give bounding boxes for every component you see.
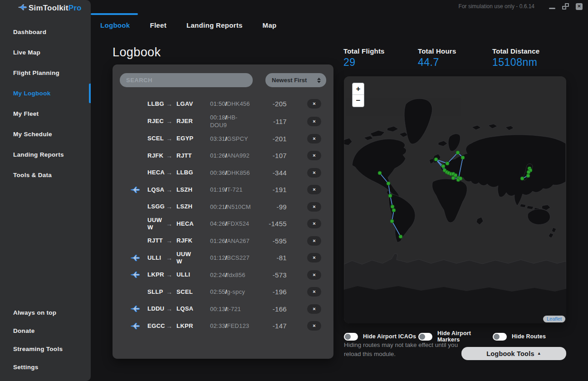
stat-value: 44.7 <box>418 56 492 69</box>
arrival-icao: EGYP <box>176 135 196 142</box>
sidebar-item-my-fleet[interactable]: My Fleet <box>0 104 91 124</box>
sidebar: SimToolkitPro DashboardLive MapFlight Pl… <box>0 0 91 381</box>
leaflet-attribution[interactable]: Leaflet <box>543 316 565 322</box>
tab-logbook[interactable]: Logbook <box>100 21 130 29</box>
toggle-switch[interactable] <box>344 333 358 341</box>
airport-marker[interactable] <box>387 182 390 185</box>
delete-flight-button[interactable]: × <box>307 287 321 297</box>
toggle-knob <box>494 334 500 340</box>
route-map[interactable]: + − Leaflet <box>344 76 566 323</box>
sidebar-item-tools-data[interactable]: Tools & Data <box>0 165 91 185</box>
sidebar-item-always-on-top[interactable]: Always on top <box>0 303 91 322</box>
sidebar-item-my-schedule[interactable]: My Schedule <box>0 124 91 144</box>
delete-flight-button[interactable]: × <box>307 168 321 178</box>
close-button[interactable]: ✕ <box>576 3 583 10</box>
time-callsign: 01:26/ANA267 <box>210 237 251 245</box>
departure-icao: RJTT <box>147 237 166 244</box>
airport-marker[interactable] <box>456 151 460 154</box>
toggle-knob <box>345 334 351 340</box>
delete-flight-button[interactable]: × <box>307 134 321 143</box>
delete-flight-button[interactable]: × <box>307 304 321 314</box>
flight-time: 01:19 <box>210 186 225 193</box>
tab-landing-reports[interactable]: Landing Reports <box>186 21 243 29</box>
toggle-hide-routes[interactable]: Hide Routes <box>493 330 567 343</box>
delete-flight-button[interactable]: × <box>307 117 321 126</box>
time-callsign: 01:26/ANA992 <box>210 152 251 160</box>
time-callsign: 00:18/HB-DOU9 <box>210 114 251 129</box>
callsign: T-721 <box>227 186 242 193</box>
sidebar-item-dashboard[interactable]: Dashboard <box>0 22 91 42</box>
flight-time: 01:12 <box>210 254 225 261</box>
zoom-in-button[interactable]: + <box>353 83 364 95</box>
airport-marker[interactable] <box>451 176 455 180</box>
active-tab-indicator <box>91 13 138 15</box>
airport-marker[interactable] <box>434 158 438 161</box>
airport-marker[interactable] <box>461 156 465 159</box>
sidebar-item-my-logbook[interactable]: My Logbook <box>0 83 91 104</box>
page-title: Logbook <box>113 45 161 59</box>
tab-fleet[interactable]: Fleet <box>150 21 167 29</box>
flight-row: RJTT→RJFK01:26/ANA267-595× <box>113 233 333 250</box>
flight-row: LLBG→LGAV01:50/DHK456-205× <box>113 95 333 113</box>
stat-value: 15108nm <box>492 56 567 69</box>
airport-marker[interactable] <box>459 177 462 180</box>
search-input[interactable] <box>120 73 253 87</box>
logbook-tools-button[interactable]: Logbook Tools▲ <box>461 347 566 360</box>
restore-button[interactable] <box>562 3 569 10</box>
sidebar-item-label: My Fleet <box>13 110 39 117</box>
flight-time: 02:24 <box>210 272 225 278</box>
time-callsign: 01:12/BCS227 <box>210 254 251 262</box>
airport-marker[interactable] <box>441 164 445 168</box>
sort-dropdown[interactable]: Newest First <box>265 73 326 87</box>
airport-marker[interactable] <box>378 171 382 175</box>
callsign: DHK456 <box>227 100 250 107</box>
airport-marker[interactable] <box>390 219 394 223</box>
arrival-icao: LQSA <box>176 305 196 312</box>
delete-flight-button[interactable]: × <box>307 270 321 280</box>
time-callsign: 00:36/DHK856 <box>210 169 251 177</box>
route-arrow-icon: → <box>166 305 176 312</box>
delete-flight-button[interactable]: × <box>307 185 321 194</box>
landing-rate: -191 <box>255 186 287 193</box>
tab-map[interactable]: Map <box>263 21 277 29</box>
delete-flight-button[interactable]: × <box>307 151 321 160</box>
airport-marker[interactable] <box>446 162 449 165</box>
sidebar-item-donate[interactable]: Donate <box>0 322 91 340</box>
callsign: DHK856 <box>227 169 250 176</box>
flight-time: 00:36 <box>210 169 225 176</box>
departure-icao: SCEL <box>147 135 166 142</box>
delete-flight-button[interactable]: × <box>307 202 321 212</box>
toggle-switch[interactable] <box>493 333 507 341</box>
sidebar-item-landing-reports[interactable]: Landing Reports <box>0 144 91 165</box>
delete-flight-button[interactable]: × <box>307 219 321 228</box>
sidebar-item-settings[interactable]: Settings <box>0 358 91 376</box>
airport-marker[interactable] <box>399 235 402 238</box>
airport-marker[interactable] <box>520 177 524 180</box>
airport-marker[interactable] <box>388 194 392 198</box>
sort-arrows-icon <box>317 78 321 83</box>
flight-row: RJFK→RJTT01:26/ANA992-107× <box>113 147 333 164</box>
zoom-out-button[interactable]: − <box>353 95 364 107</box>
airport-marker[interactable] <box>392 208 396 212</box>
sidebar-item-streaming-tools[interactable]: Streaming Tools <box>0 340 91 358</box>
toggle-switch[interactable] <box>418 333 432 341</box>
delete-flight-button[interactable]: × <box>307 321 321 331</box>
delete-flight-button[interactable]: × <box>307 253 321 262</box>
minimize-button[interactable] <box>549 4 555 9</box>
logbook-panel-head: Newest First <box>113 73 333 87</box>
departure-icao: RJFK <box>147 152 166 159</box>
sidebar-item-live-map[interactable]: Live Map <box>0 42 91 63</box>
sidebar-item-label: Streaming Tools <box>13 346 63 352</box>
delete-flight-button[interactable]: × <box>307 99 321 109</box>
world-map <box>344 76 566 323</box>
airport-marker[interactable] <box>527 170 530 174</box>
sidebar-item-flight-planning[interactable]: Flight Planning <box>0 63 91 83</box>
departure-icao: SLLP <box>147 288 166 296</box>
airport-marker[interactable] <box>526 174 530 178</box>
toggle-label: Hide Routes <box>512 333 546 340</box>
delete-flight-button[interactable]: × <box>307 236 321 246</box>
departure-icao: LQSA <box>147 186 166 193</box>
airport-marker[interactable] <box>391 205 394 208</box>
map-note: Hiding routes may not take effect until … <box>344 341 463 358</box>
callsign: FDX524 <box>227 220 249 227</box>
